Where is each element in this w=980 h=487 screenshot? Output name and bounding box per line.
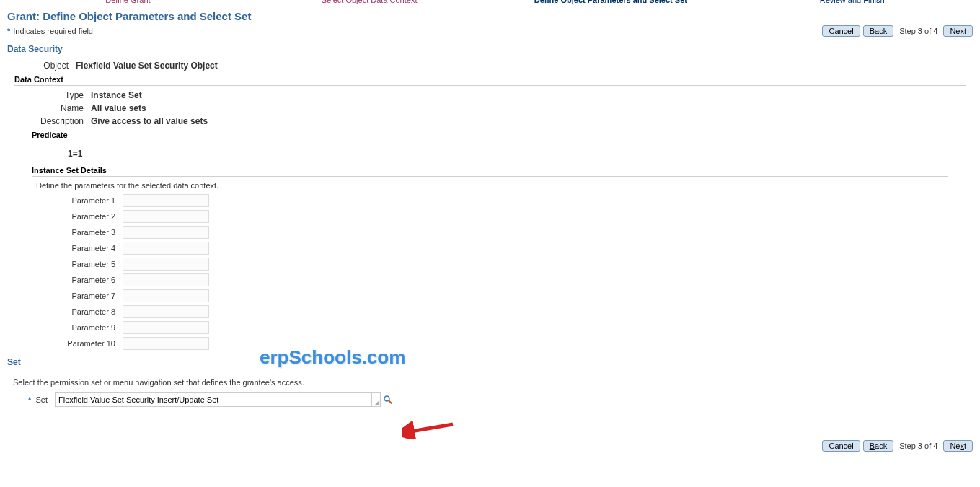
- description-label: Description: [26, 116, 91, 126]
- param3-label: Parameter 3: [36, 228, 123, 237]
- search-icon[interactable]: [383, 395, 393, 405]
- param6-input[interactable]: [123, 273, 209, 286]
- cancel-button[interactable]: Cancel: [822, 25, 860, 37]
- param8-label: Parameter 8: [36, 307, 123, 316]
- object-label: Object: [22, 61, 76, 71]
- param1-input[interactable]: [123, 194, 209, 207]
- page-title: Grant: Define Object Parameters and Sele…: [0, 6, 980, 24]
- name-label: Name: [26, 103, 91, 113]
- instance-set-details-heading: Instance Set Details: [32, 166, 948, 177]
- data-security-heading: Data Security: [7, 44, 973, 56]
- back-button-bottom[interactable]: Back: [863, 440, 893, 452]
- param6-label: Parameter 6: [36, 276, 123, 284]
- param1-label: Parameter 1: [36, 196, 123, 205]
- svg-line-1: [389, 400, 392, 403]
- step-indicator-bottom: Step 3 of 4: [896, 442, 940, 450]
- param5-input[interactable]: [123, 258, 209, 271]
- train-step-4: Review and Finish: [731, 0, 973, 6]
- cancel-button-bottom[interactable]: Cancel: [822, 440, 860, 452]
- predicate-heading: Predicate: [32, 131, 948, 141]
- step-indicator: Step 3 of 4: [896, 27, 940, 35]
- set-label: * Set: [13, 395, 55, 404]
- param7-label: Parameter 7: [36, 291, 123, 300]
- param10-input[interactable]: [123, 337, 209, 350]
- train-step-3: Define Object Parameters and Select Set: [490, 0, 732, 6]
- param4-label: Parameter 4: [36, 244, 123, 253]
- param8-input[interactable]: [123, 305, 209, 318]
- param5-label: Parameter 5: [36, 260, 123, 268]
- param10-label: Parameter 10: [36, 339, 123, 348]
- svg-line-3: [411, 424, 453, 431]
- instance-set-instruction: Define the parameters for the selected d…: [14, 180, 966, 193]
- type-value: Instance Set: [91, 90, 142, 100]
- param2-label: Parameter 2: [36, 212, 123, 221]
- lov-dropdown-icon[interactable]: ◢: [372, 392, 381, 407]
- param3-input[interactable]: [123, 226, 209, 239]
- train-step-1[interactable]: Define Grant: [7, 0, 249, 6]
- set-heading: Set: [7, 357, 973, 369]
- train-steps: Define Grant Select Object Data Context …: [0, 0, 980, 6]
- object-value: Flexfield Value Set Security Object: [76, 61, 218, 71]
- required-field-indicator: *Indicates required field: [7, 27, 93, 35]
- bottom-button-bar: Cancel Back Step 3 of 4 Next: [0, 434, 980, 457]
- param7-input[interactable]: [123, 289, 209, 302]
- next-button[interactable]: Next: [943, 25, 973, 37]
- back-button[interactable]: Back: [863, 25, 893, 37]
- predicate-value: 1=1: [32, 144, 948, 163]
- param9-input[interactable]: [123, 321, 209, 334]
- top-button-bar: Cancel Back Step 3 of 4 Next: [822, 25, 973, 37]
- param4-input[interactable]: [123, 242, 209, 255]
- set-instruction: Select the permission set or menu naviga…: [0, 372, 980, 391]
- type-label: Type: [26, 90, 91, 100]
- description-value: Give access to all value sets: [91, 116, 208, 126]
- param9-label: Parameter 9: [36, 323, 123, 332]
- set-input[interactable]: [55, 392, 372, 407]
- train-step-2[interactable]: Select Object Data Context: [249, 0, 490, 6]
- param2-input[interactable]: [123, 210, 209, 223]
- name-value: All value sets: [91, 103, 146, 113]
- data-context-heading: Data Context: [14, 75, 966, 86]
- next-button-bottom[interactable]: Next: [943, 440, 973, 452]
